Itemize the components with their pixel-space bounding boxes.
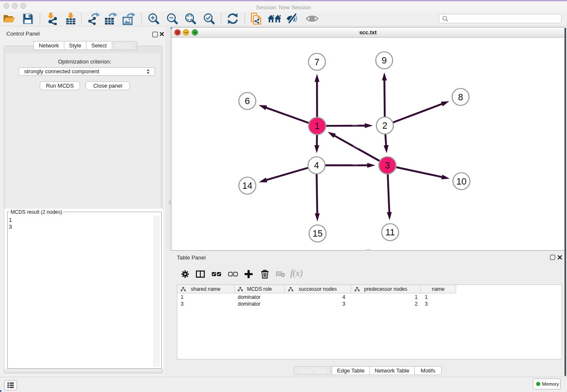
svg-text:15: 15 xyxy=(313,229,323,239)
svg-text:10: 10 xyxy=(457,177,467,187)
svg-text:11: 11 xyxy=(385,227,395,237)
svg-text:4: 4 xyxy=(314,160,319,171)
svg-text:2: 2 xyxy=(383,121,388,131)
svg-text:14: 14 xyxy=(242,181,253,191)
svg-text:9: 9 xyxy=(382,55,387,66)
svg-text:3: 3 xyxy=(385,160,390,171)
svg-text:8: 8 xyxy=(458,92,463,102)
svg-text:7: 7 xyxy=(314,57,319,67)
svg-text:1: 1 xyxy=(315,121,320,131)
svg-text:6: 6 xyxy=(245,96,250,106)
